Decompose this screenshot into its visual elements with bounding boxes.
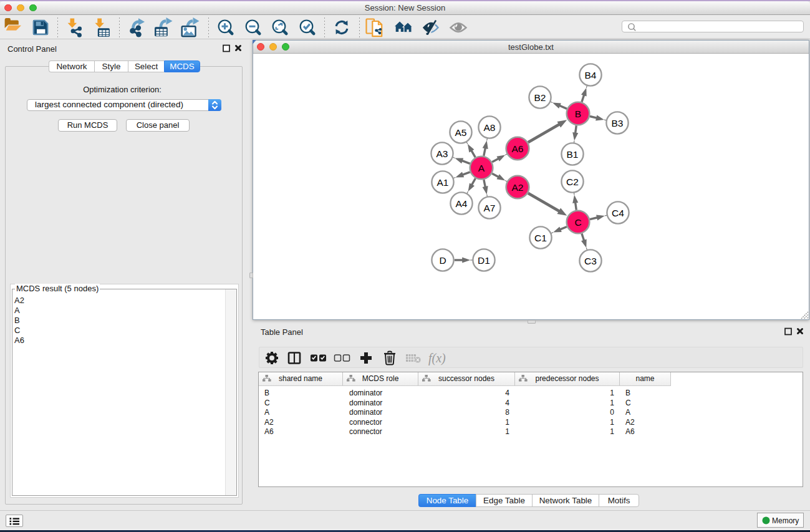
svg-text:B4: B4 — [585, 70, 597, 80]
svg-text:B: B — [575, 109, 581, 119]
svg-text:B2: B2 — [534, 92, 546, 103]
svg-text:B1: B1 — [567, 149, 579, 160]
svg-text:A3: A3 — [436, 148, 448, 159]
svg-text:B3: B3 — [612, 118, 624, 128]
svg-text:D: D — [439, 255, 446, 266]
svg-text:A: A — [478, 163, 485, 173]
svg-text:C: C — [574, 217, 581, 228]
svg-text:C4: C4 — [612, 208, 624, 218]
svg-text:f(x): f(x) — [428, 351, 446, 365]
svg-text:C3: C3 — [584, 256, 597, 266]
svg-text:A8: A8 — [484, 122, 496, 133]
svg-text:A2: A2 — [512, 182, 524, 193]
svg-text:A4: A4 — [456, 198, 468, 209]
svg-text:C1: C1 — [534, 233, 547, 243]
svg-text:A7: A7 — [484, 203, 496, 213]
svg-text:C2: C2 — [566, 177, 579, 187]
svg-text:A5: A5 — [455, 127, 467, 138]
svg-text:D1: D1 — [478, 255, 490, 266]
svg-text:A1: A1 — [437, 177, 449, 188]
svg-text:A6: A6 — [512, 143, 524, 154]
